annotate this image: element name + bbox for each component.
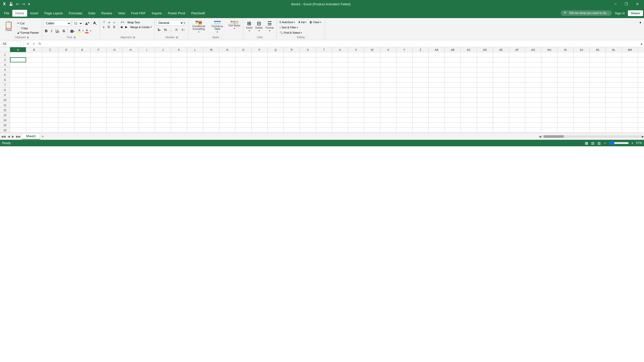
cell-L3[interactable]: [187, 62, 203, 67]
cell-AB14[interactable]: [445, 118, 461, 123]
cell-R12[interactable]: [284, 108, 300, 113]
cell-AI12[interactable]: [557, 108, 574, 113]
cell-S6[interactable]: [300, 77, 316, 82]
cell-T6[interactable]: [316, 77, 332, 82]
cell-U7[interactable]: [332, 82, 348, 87]
cell-AD8[interactable]: [477, 87, 493, 93]
cell-M11[interactable]: [203, 103, 219, 108]
cell-H15[interactable]: [123, 123, 139, 128]
row-header-13[interactable]: 13: [0, 113, 10, 118]
h-scroll-right-button[interactable]: ▶: [642, 135, 644, 138]
cell-W5[interactable]: [364, 72, 380, 77]
add-sheet-button[interactable]: +: [40, 134, 45, 139]
cell-B9[interactable]: [26, 93, 42, 98]
cell-AL9[interactable]: [606, 93, 622, 98]
cell-A10[interactable]: [10, 98, 26, 103]
cell-H11[interactable]: [123, 103, 139, 108]
cell-AC10[interactable]: [461, 98, 477, 103]
share-button[interactable]: Share: [628, 10, 643, 16]
restore-button[interactable]: ❐: [622, 1, 631, 7]
cell-F15[interactable]: [91, 123, 107, 128]
cell-AN14[interactable]: [638, 118, 644, 123]
expand-formula-bar-button[interactable]: ▲: [640, 42, 643, 46]
col-header-AB[interactable]: AB: [445, 47, 461, 52]
cell-AA14[interactable]: [429, 118, 445, 123]
col-header-V[interactable]: V: [348, 47, 364, 52]
cell-AK10[interactable]: [590, 98, 606, 103]
cell-P4[interactable]: [252, 67, 268, 72]
cell-G3[interactable]: [107, 62, 123, 67]
cell-I6[interactable]: [139, 77, 155, 82]
cell-Y8[interactable]: [396, 87, 413, 93]
cell-O11[interactable]: [235, 103, 252, 108]
cell-AH6[interactable]: [541, 77, 557, 82]
percent-style-button[interactable]: %: [163, 27, 169, 32]
cell-J15[interactable]: [155, 123, 171, 128]
cell-AA13[interactable]: [429, 113, 445, 118]
cell-L2[interactable]: [187, 57, 203, 62]
cell-D4[interactable]: [58, 67, 74, 72]
cell-B16[interactable]: [26, 128, 42, 133]
cell-K4[interactable]: [171, 67, 187, 72]
strikethrough-button[interactable]: S: [61, 28, 66, 34]
cell-A12[interactable]: [10, 108, 26, 113]
row-header-9[interactable]: 9: [0, 93, 10, 98]
cell-P12[interactable]: [252, 108, 268, 113]
row-header-2[interactable]: 2: [0, 57, 10, 62]
cell-AA2[interactable]: [429, 57, 445, 62]
cell-B4[interactable]: [26, 67, 42, 72]
cell-D1[interactable]: [58, 52, 74, 57]
cell-AF8[interactable]: [509, 87, 525, 93]
cell-AM3[interactable]: [622, 62, 638, 67]
cell-Z2[interactable]: [413, 57, 429, 62]
cell-AN16[interactable]: [638, 128, 644, 133]
cell-M15[interactable]: [203, 123, 219, 128]
cell-AG15[interactable]: [525, 123, 541, 128]
cell-G10[interactable]: [107, 98, 123, 103]
alignment-label[interactable]: Alignment: [119, 35, 133, 39]
cell-S10[interactable]: [300, 98, 316, 103]
cell-R2[interactable]: [284, 57, 300, 62]
cell-AI7[interactable]: [557, 82, 574, 87]
cell-AG16[interactable]: [525, 128, 541, 133]
cell-AH5[interactable]: [541, 72, 557, 77]
font-dialog-launcher[interactable]: ⊡: [74, 36, 76, 39]
cell-E6[interactable]: [74, 77, 91, 82]
cell-R11[interactable]: [284, 103, 300, 108]
cell-AJ8[interactable]: [574, 87, 590, 93]
cell-AK8[interactable]: [590, 87, 606, 93]
cell-AC5[interactable]: [461, 72, 477, 77]
col-header-L[interactable]: L: [187, 47, 203, 52]
cell-AI5[interactable]: [557, 72, 574, 77]
cell-AI3[interactable]: [557, 62, 574, 67]
cell-N9[interactable]: [219, 93, 235, 98]
col-header-N[interactable]: N: [219, 47, 235, 52]
cell-Q12[interactable]: [268, 108, 284, 113]
cell-D3[interactable]: [58, 62, 74, 67]
cell-C12[interactable]: [42, 108, 58, 113]
menu-power-pivot[interactable]: Power Pivot: [165, 10, 188, 17]
cell-AE2[interactable]: [493, 57, 509, 62]
cell-M2[interactable]: [203, 57, 219, 62]
cell-AL8[interactable]: [606, 87, 622, 93]
number-group-label[interactable]: Number: [165, 35, 176, 39]
cell-J3[interactable]: [155, 62, 171, 67]
cell-H3[interactable]: [123, 62, 139, 67]
cell-Y11[interactable]: [396, 103, 413, 108]
cell-AJ13[interactable]: [574, 113, 590, 118]
col-header-G[interactable]: G: [107, 47, 123, 52]
cell-H7[interactable]: [123, 82, 139, 87]
number-dialog-launcher[interactable]: ⊡: [176, 36, 178, 39]
cell-Q14[interactable]: [268, 118, 284, 123]
cell-AI4[interactable]: [557, 67, 574, 72]
cell-AH4[interactable]: [541, 67, 557, 72]
cell-H4[interactable]: [123, 67, 139, 72]
autosum-button[interactable]: Σ AutoSum ▾: [278, 20, 296, 24]
cell-N16[interactable]: [219, 128, 235, 133]
cell-P14[interactable]: [252, 118, 268, 123]
col-header-U[interactable]: U: [332, 47, 348, 52]
cell-AF9[interactable]: [509, 93, 525, 98]
cell-AD2[interactable]: [477, 57, 493, 62]
cell-AL4[interactable]: [606, 67, 622, 72]
cell-AH8[interactable]: [541, 87, 557, 93]
